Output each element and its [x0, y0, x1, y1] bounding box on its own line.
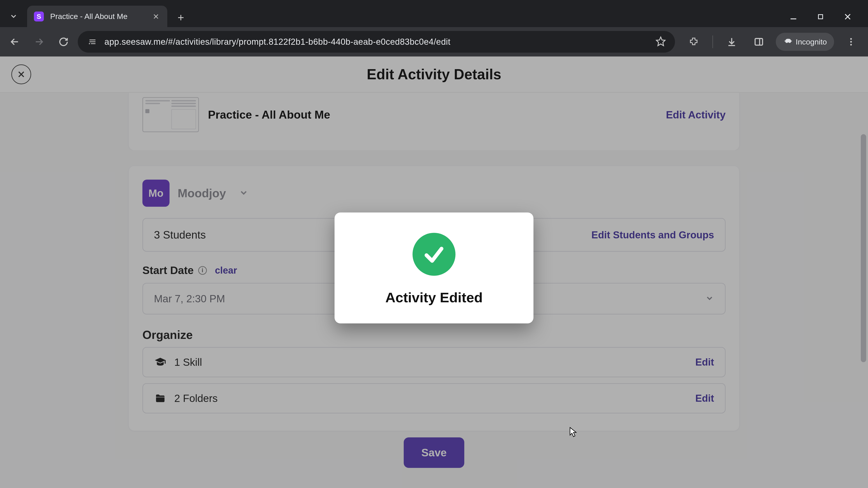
incognito-chip[interactable]: Incognito	[776, 33, 834, 51]
window-maximize-button[interactable]	[814, 10, 827, 24]
svg-point-19	[850, 38, 852, 40]
extensions-icon[interactable]	[684, 32, 704, 52]
success-check-icon	[412, 233, 456, 275]
url-text: app.seesaw.me/#/activities/library/promp…	[104, 37, 649, 47]
bookmark-star-icon[interactable]	[655, 36, 666, 47]
new-tab-button[interactable]	[174, 11, 188, 24]
toolbar-right: Incognito	[679, 32, 864, 52]
svg-point-21	[850, 44, 852, 45]
modal-title: Activity Edited	[385, 289, 483, 305]
window-minimize-button[interactable]	[786, 10, 800, 24]
address-bar: app.seesaw.me/#/activities/library/promp…	[0, 27, 868, 57]
downloads-icon[interactable]	[721, 32, 742, 52]
tab-search-dropdown[interactable]	[4, 7, 23, 25]
nav-forward-button[interactable]	[29, 32, 49, 52]
svg-point-20	[850, 41, 852, 42]
browser-tab[interactable]: S Practice - All About Me	[27, 6, 167, 27]
svg-marker-14	[656, 37, 665, 46]
page: Edit Activity Details Practice - All Abo…	[0, 57, 868, 488]
nav-back-button[interactable]	[4, 32, 25, 52]
svg-rect-17	[755, 38, 763, 45]
svg-point-13	[89, 43, 90, 44]
browser-chrome: S Practice - All About Me	[0, 0, 868, 57]
omnibox[interactable]: app.seesaw.me/#/activities/library/promp…	[78, 31, 675, 53]
success-modal: Activity Edited	[335, 213, 533, 323]
window-close-button[interactable]	[841, 10, 855, 24]
tab-favicon: S	[34, 11, 44, 22]
incognito-label: Incognito	[796, 37, 827, 46]
tab-strip: S Practice - All About Me	[0, 0, 868, 27]
window-controls	[786, 10, 864, 24]
tab-title: Practice - All About Me	[50, 12, 145, 21]
browser-menu-button[interactable]	[841, 32, 861, 52]
tab-close-button[interactable]	[151, 12, 160, 21]
svg-rect-5	[818, 15, 823, 19]
site-info-icon[interactable]	[87, 36, 98, 47]
toolbar-separator	[712, 35, 713, 48]
side-panel-icon[interactable]	[749, 32, 769, 52]
nav-reload-button[interactable]	[53, 32, 74, 52]
incognito-icon	[783, 37, 792, 46]
